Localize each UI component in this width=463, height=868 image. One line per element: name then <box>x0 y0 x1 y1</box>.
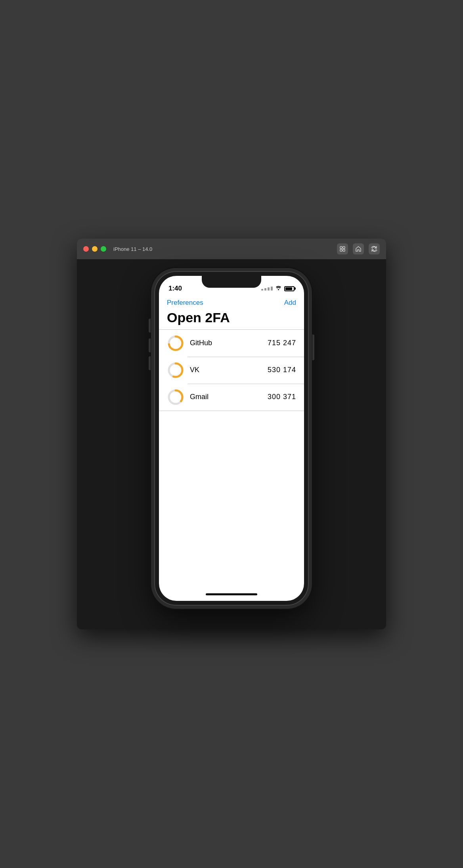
home-indicator <box>159 587 304 601</box>
signal-dot-4 <box>271 287 273 291</box>
simulator-body: 1:40 <box>77 259 386 629</box>
simulator-window: iPhone 11 – 14.0 <box>77 239 386 629</box>
otp-progress-ring-github <box>167 335 184 352</box>
battery-fill <box>285 287 292 290</box>
notch <box>202 276 261 288</box>
phone-frame: 1:40 <box>154 271 309 606</box>
home-icon[interactable] <box>353 243 364 254</box>
simulator-title: iPhone 11 – 14.0 <box>113 246 152 252</box>
svg-rect-3 <box>343 249 345 251</box>
account-code-vk: 530 174 <box>268 366 296 374</box>
rotate-icon[interactable] <box>369 243 380 254</box>
svg-rect-2 <box>340 249 342 251</box>
signal-dot-1 <box>261 289 263 291</box>
home-bar <box>206 593 257 595</box>
traffic-light-red[interactable] <box>83 246 89 252</box>
wifi-icon <box>275 285 282 292</box>
signal-dots-icon <box>261 287 273 291</box>
list-bottom-divider <box>159 411 304 411</box>
traffic-light-green[interactable] <box>101 246 106 252</box>
accounts-list: GitHub 715 247 VK <box>159 330 304 588</box>
page-title: Open 2FA <box>159 308 304 329</box>
nav-add-button[interactable]: Add <box>284 299 296 307</box>
nav-back-button[interactable]: Preferences <box>167 299 203 307</box>
status-right <box>261 285 295 292</box>
otp-progress-ring-gmail <box>167 388 184 406</box>
nav-bar: Preferences Add <box>159 296 304 308</box>
page-content: Open 2FA GitHub 715 <box>159 308 304 587</box>
account-name-github: GitHub <box>190 339 268 347</box>
otp-progress-ring-vk <box>167 361 184 379</box>
traffic-lights <box>83 246 106 252</box>
list-item[interactable]: Gmail 300 371 <box>159 384 304 411</box>
phone-screen: 1:40 <box>159 276 304 601</box>
simulator-titlebar: iPhone 11 – 14.0 <box>77 239 386 259</box>
svg-rect-0 <box>340 247 342 249</box>
status-time: 1:40 <box>168 285 182 293</box>
titlebar-icons <box>337 243 380 254</box>
account-code-gmail: 300 371 <box>268 393 296 401</box>
signal-dot-3 <box>268 287 270 291</box>
svg-rect-1 <box>343 247 345 249</box>
battery-icon <box>284 286 295 291</box>
list-item[interactable]: GitHub 715 247 <box>159 330 304 357</box>
account-code-github: 715 247 <box>268 339 296 347</box>
screenshot-icon[interactable] <box>337 243 348 254</box>
account-name-gmail: Gmail <box>190 393 268 401</box>
signal-dot-2 <box>264 288 266 291</box>
account-name-vk: VK <box>190 366 268 374</box>
list-item[interactable]: VK 530 174 <box>159 357 304 384</box>
traffic-light-yellow[interactable] <box>92 246 98 252</box>
